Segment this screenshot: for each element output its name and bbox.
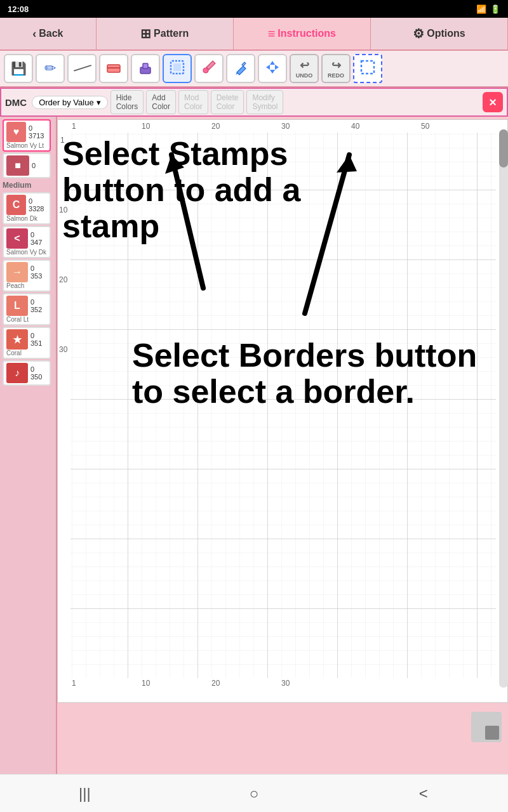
wifi-icon: 📶	[476, 4, 486, 14]
borders-icon	[168, 58, 186, 79]
tab-pattern[interactable]: ⊞ Pattern	[97, 18, 234, 49]
delete-color-button[interactable]: DeleteColor	[211, 90, 244, 114]
undo-button[interactable]: ↩ UNDO	[290, 54, 319, 83]
hide-colors-button[interactable]: HideColors	[110, 90, 144, 114]
eraser-button[interactable]	[99, 54, 128, 83]
close-color-bar-button[interactable]: ×	[483, 92, 503, 112]
undo-label: UNDO	[296, 72, 313, 79]
color-palette: ♥ 0 3713 Salmon Vy Lt ■ 0 Medium C 0 3	[0, 117, 57, 774]
color-swatch-321[interactable]: ■ 0	[3, 153, 51, 178]
peach-swatch-name: Peach	[6, 282, 47, 289]
move-button[interactable]	[258, 54, 287, 83]
tab-back[interactable]: ‹ Back	[0, 18, 97, 49]
svg-marker-8	[270, 70, 275, 74]
dmc-label: DMC	[5, 97, 27, 108]
fill-icon	[232, 58, 250, 79]
status-bar: 12:08 📶 🔋	[0, 0, 508, 18]
move-icon	[264, 58, 281, 79]
svg-text:1: 1	[60, 136, 65, 145]
status-icons: 📶 🔋	[476, 4, 500, 14]
svg-text:10: 10	[142, 679, 150, 688]
menu-icon: |||	[79, 785, 91, 802]
svg-marker-9	[266, 65, 270, 70]
svg-point-6	[203, 68, 208, 73]
color-swatch-3328[interactable]: C 0 3328 Salmon Dk	[3, 192, 51, 225]
tab-instructions-label: Instructions	[277, 28, 336, 39]
bottom-nav: ||| ○ <	[0, 774, 508, 812]
swatch-color-350: ♪	[6, 363, 28, 383]
color-swatch-3713[interactable]: ♥ 0 3713 Salmon Vy Lt	[3, 119, 51, 152]
chevron-down-icon: ▾	[97, 98, 101, 107]
eyedropper-icon	[200, 58, 218, 79]
battery-icon: 🔋	[490, 4, 500, 14]
fill-button[interactable]	[226, 54, 255, 83]
save-icon: 💾	[11, 61, 27, 76]
scroll-indicator[interactable]	[471, 712, 502, 742]
vertical-scrollbar[interactable]	[499, 129, 508, 688]
status-time: 12:08	[8, 4, 29, 14]
nav-tabs: ‹ Back ⊞ Pattern ≡ Instructions ⚙ Option…	[0, 18, 508, 51]
svg-rect-14	[70, 133, 496, 678]
stamps-button[interactable]	[131, 54, 160, 83]
add-color-button[interactable]: AddColor	[146, 90, 176, 114]
stamps-icon	[137, 58, 154, 79]
nav-home-button[interactable]: ○	[235, 781, 273, 806]
redo-button[interactable]: ↪ REDO	[321, 54, 351, 83]
tab-pattern-label: Pattern	[154, 28, 189, 39]
color-swatch-353[interactable]: → 0 353 Peach	[3, 259, 51, 292]
modify-color-label: ModColor	[184, 93, 203, 111]
tab-back-label: Back	[39, 28, 63, 39]
redo-label: REDO	[328, 72, 344, 79]
color-swatch-350[interactable]: ♪ 0 350	[3, 360, 51, 386]
swatch-color-347: <	[6, 228, 28, 249]
main-area: ♥ 0 3713 Salmon Vy Lt ■ 0 Medium C 0 3	[0, 117, 508, 774]
tab-options[interactable]: ⚙ Options	[371, 18, 508, 49]
swatch-color-3713: ♥	[6, 122, 26, 142]
svg-text:30: 30	[59, 345, 68, 354]
vertical-scrollbar-thumb[interactable]	[499, 129, 508, 167]
svg-text:10: 10	[142, 122, 150, 131]
order-label: Order by Value	[39, 98, 93, 107]
color-swatch-352[interactable]: L 0 352 Coral Lt	[3, 293, 51, 325]
svg-text:1: 1	[72, 122, 76, 131]
nav-back-button[interactable]: <	[404, 781, 443, 806]
svg-marker-7	[270, 61, 275, 65]
swatch-color-321: ■	[6, 155, 29, 176]
canvas-wrapper[interactable]: 1 10 20 30 40 50 1 10 20 30 1 10 20 30 S…	[57, 117, 508, 774]
svg-rect-1	[107, 67, 120, 69]
pattern-grid: 1 10 20 30 40 50 1 10 20 30 1 10 20 30	[57, 119, 508, 703]
line-button[interactable]: ╱	[67, 54, 97, 83]
line-icon: ╱	[73, 60, 91, 77]
svg-text:10: 10	[59, 206, 68, 214]
borders-button[interactable]	[163, 54, 192, 83]
save-button[interactable]: 💾	[4, 54, 33, 83]
swatch-color-3328: C	[6, 195, 26, 215]
eyedropper-button[interactable]	[194, 54, 224, 83]
pencil-button[interactable]: ✏	[36, 54, 65, 83]
swatch-color-352: L	[6, 296, 28, 316]
color-swatch-347[interactable]: < 0 347 Salmon Vy Dk	[3, 226, 51, 258]
pencil-icon: ✏	[44, 60, 56, 77]
modify-symbol-button[interactable]: ModifySymbol	[246, 90, 283, 114]
order-select[interactable]: Order by Value ▾	[32, 96, 107, 109]
svg-rect-3	[143, 63, 148, 69]
redo-icon: ↪	[331, 58, 341, 72]
undo-icon: ↩	[300, 58, 309, 72]
select-button[interactable]	[353, 54, 382, 83]
delete-color-label: DeleteColor	[217, 93, 239, 111]
nav-menu-button[interactable]: |||	[65, 781, 104, 806]
hide-colors-label: HideColors	[116, 93, 138, 111]
svg-text:20: 20	[211, 122, 220, 131]
back-icon: <	[419, 785, 428, 802]
color-swatch-351[interactable]: ★ 0 351 Coral	[3, 327, 51, 359]
tab-instructions[interactable]: ≡ Instructions	[234, 18, 371, 49]
svg-rect-5	[173, 63, 181, 71]
modify-color-button[interactable]: ModColor	[178, 90, 208, 114]
svg-text:20: 20	[59, 275, 68, 284]
svg-text:20: 20	[211, 679, 220, 688]
scroll-corner	[485, 726, 499, 740]
toolbar: 💾 ✏ ╱	[0, 51, 508, 88]
svg-text:1: 1	[72, 679, 76, 688]
svg-marker-10	[275, 65, 279, 70]
home-icon: ○	[250, 785, 259, 802]
